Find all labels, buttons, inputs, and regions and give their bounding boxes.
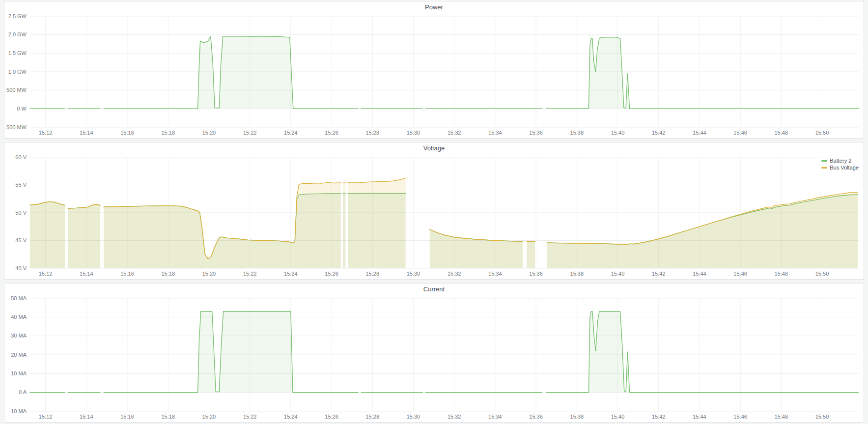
x-tick-label: 15:14 [80, 130, 93, 136]
y-tick-label: 60 V [15, 154, 27, 160]
x-tick-label: 15:34 [488, 414, 502, 420]
y-tick-label: 1.0 GW [8, 69, 27, 75]
x-tick-label: 15:50 [815, 130, 829, 136]
voltage-legend: Battery 2 Bus Voltage [820, 157, 860, 171]
x-tick-label: 15:22 [243, 130, 257, 136]
y-tick-label: 1.5 GW [8, 50, 27, 56]
series-area-bus-voltage [30, 201, 65, 268]
y-tick-label: 30 MA [11, 333, 27, 339]
x-tick-label: 15:12 [39, 130, 53, 136]
y-tick-label: 2.0 GW [8, 31, 27, 37]
series-area-bus-voltage [547, 192, 858, 268]
series-area-bus-voltage [343, 183, 345, 268]
x-tick-label: 15:38 [570, 130, 584, 136]
x-tick-label: 15:28 [366, 130, 380, 136]
y-tick-label: -10 MA [9, 408, 27, 414]
x-tick-label: 15:48 [775, 271, 788, 277]
series-line-bus-voltage [343, 183, 345, 183]
x-tick-label: 15:36 [529, 130, 543, 136]
x-tick-label: 15:32 [448, 271, 461, 277]
x-tick-label: 15:50 [815, 271, 829, 277]
x-tick-label: 15:44 [693, 130, 706, 136]
legend-swatch-bus-voltage [821, 167, 827, 169]
x-tick-label: 15:34 [488, 271, 502, 277]
x-tick-label: 15:40 [611, 271, 625, 277]
series-area-bus-voltage [104, 182, 341, 268]
x-tick-label: 15:46 [733, 271, 747, 277]
x-tick-label: 15:22 [243, 271, 257, 277]
current-panel-title[interactable]: Current [4, 283, 864, 295]
series-area-bus-voltage [348, 178, 405, 268]
x-tick-label: 15:26 [325, 414, 338, 420]
x-tick-label: 15:18 [161, 271, 175, 277]
x-tick-label: 15:30 [407, 130, 420, 136]
x-tick-label: 15:48 [775, 414, 788, 420]
x-tick-label: 15:20 [202, 271, 216, 277]
x-tick-label: 15:18 [161, 130, 175, 136]
series-area-battery-2 [104, 36, 358, 109]
voltage-panel-title[interactable]: Voltage [4, 142, 864, 154]
y-tick-label: 50 MA [11, 295, 27, 301]
x-tick-label: 15:24 [284, 414, 298, 420]
y-tick-label: 0 A [19, 389, 27, 395]
x-tick-label: 15:16 [120, 130, 134, 136]
legend-item-battery-2[interactable]: Battery 2 [821, 158, 859, 164]
power-panel-title[interactable]: Power [4, 1, 864, 13]
x-tick-label: 15:14 [80, 271, 93, 277]
y-tick-label: 55 V [15, 182, 27, 188]
current-panel: Current 50 MA40 MA30 MA20 MA10 MA0 A-10 … [4, 283, 864, 423]
y-tick-label: 40 V [15, 265, 27, 271]
current-plot: 50 MA40 MA30 MA20 MA10 MA0 A-10 MA15:121… [4, 295, 864, 422]
voltage-plot: 60 V55 V50 V45 V40 V15:1215:1415:1615:18… [4, 154, 864, 279]
y-tick-label: 40 MA [11, 314, 27, 320]
power-chart[interactable]: 2.5 GW2.0 GW1.5 GW1.0 GW500 MW0 W-500 MW… [4, 13, 864, 138]
y-tick-label: 500 MW [6, 87, 27, 93]
x-tick-label: 15:28 [366, 414, 380, 420]
x-tick-label: 15:24 [284, 130, 298, 136]
x-tick-label: 15:42 [652, 130, 666, 136]
x-tick-label: 15:32 [448, 414, 461, 420]
legend-item-bus-voltage[interactable]: Bus Voltage [821, 165, 859, 170]
x-tick-label: 15:30 [407, 414, 420, 420]
x-tick-label: 15:12 [39, 271, 53, 277]
legend-label-bus-voltage: Bus Voltage [830, 165, 859, 170]
power-panel: Power 2.5 GW2.0 GW1.5 GW1.0 GW500 MW0 W-… [4, 1, 864, 139]
x-tick-label: 15:44 [693, 271, 706, 277]
x-tick-label: 15:40 [611, 130, 625, 136]
voltage-panel: Voltage 60 V55 V50 V45 V40 V15:1215:1415… [4, 142, 864, 280]
x-tick-label: 15:28 [366, 271, 380, 277]
x-tick-label: 15:36 [529, 271, 543, 277]
x-tick-label: 15:24 [284, 271, 298, 277]
x-tick-label: 15:16 [120, 414, 134, 420]
x-tick-label: 15:14 [80, 414, 93, 420]
series-area-battery-2 [104, 311, 358, 393]
x-tick-label: 15:22 [243, 414, 257, 420]
x-tick-label: 15:32 [448, 130, 461, 136]
x-tick-label: 15:20 [202, 130, 216, 136]
x-tick-label: 15:46 [733, 414, 747, 420]
x-tick-label: 15:30 [407, 271, 420, 277]
series-area-bus-voltage [430, 229, 523, 268]
x-tick-label: 15:26 [325, 130, 338, 136]
y-tick-label: 2.5 GW [8, 13, 27, 19]
y-tick-label: 50 V [15, 210, 27, 216]
x-tick-label: 15:38 [570, 414, 584, 420]
legend-swatch-battery-2 [821, 160, 827, 162]
x-tick-label: 15:20 [202, 414, 216, 420]
series-area-bus-voltage [527, 242, 535, 268]
dashboard: Power 2.5 GW2.0 GW1.5 GW1.0 GW500 MW0 W-… [0, 0, 868, 424]
x-tick-label: 15:16 [120, 271, 134, 277]
x-tick-label: 15:44 [693, 414, 706, 420]
current-chart[interactable]: 50 MA40 MA30 MA20 MA10 MA0 A-10 MA15:121… [4, 295, 864, 422]
series-area-bus-voltage [68, 204, 100, 268]
x-tick-label: 15:42 [652, 414, 666, 420]
power-plot: 2.5 GW2.0 GW1.5 GW1.0 GW500 MW0 W-500 MW… [4, 13, 864, 138]
x-tick-label: 15:34 [488, 130, 502, 136]
y-tick-label: 0 W [17, 106, 27, 112]
x-tick-label: 15:46 [733, 130, 747, 136]
x-tick-label: 15:12 [39, 414, 53, 420]
legend-label-battery-2: Battery 2 [830, 158, 851, 164]
x-tick-label: 15:18 [161, 414, 175, 420]
y-tick-label: -500 MW [4, 124, 27, 130]
voltage-chart[interactable]: 60 V55 V50 V45 V40 V15:1215:1415:1615:18… [4, 154, 864, 279]
